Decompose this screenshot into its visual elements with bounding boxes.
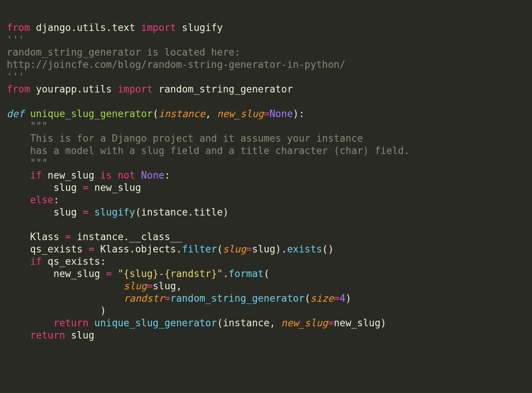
token-txt: () [322,243,334,255]
code-line: random_string_generator is located here: [7,47,240,58]
token-cmt: """ [30,120,48,132]
token-kw: return [53,317,88,328]
token-txt: ( [264,268,270,279]
code-line: return slug [7,330,94,341]
token-txt: slug, [153,280,182,292]
token-param: slug [123,280,147,292]
token-def: def [7,108,24,119]
token-txt: slugify [176,22,223,33]
token-call: exists [287,243,322,255]
token-txt: instance.__class__ [71,231,182,242]
code-line: ''' [7,34,24,45]
token-const: None [269,108,293,119]
token-param: randstr [123,293,165,304]
token-txt [135,170,141,181]
token-txt: slug [7,182,83,193]
code-line: has a model with a slug field and a titl… [7,145,410,156]
token-kw: = [88,243,94,255]
code-line: slug = new_slug [7,182,141,193]
token-txt [7,293,123,304]
token-kw: else [30,194,54,205]
token-param: new_slug [281,317,328,328]
code-line: qs_exists = Klass.objects.filter(slug=sl… [7,243,334,255]
token-txt [7,256,30,267]
token-call: filter [182,243,217,255]
token-txt: ) [345,293,351,304]
token-txt: slug [65,330,94,341]
token-txt: slug). [252,243,287,255]
code-line: if new_slug is not None: [7,170,170,181]
token-txt: : [165,170,170,181]
token-str: "{slug}-{randstr}" [118,268,223,279]
token-txt [88,317,94,328]
token-const: 4 [339,293,345,304]
token-txt: django.utils.text [30,22,141,33]
token-kw: not [118,170,135,181]
token-txt [7,317,53,328]
token-txt: , [205,108,217,119]
token-txt [88,207,94,218]
token-cmt: random_string_generator is located here: [7,47,240,58]
token-txt: new_slug) [334,317,387,328]
token-param: new_slug [217,108,264,119]
code-line: return unique_slug_generator(instance, n… [7,317,387,328]
token-txt: Klass [7,231,65,242]
code-line: def unique_slug_generator(instance, new_… [7,108,304,119]
token-fn: unique_slug_generator [30,108,153,119]
token-call: random_string_generator [170,293,304,304]
token-kw: if [30,256,42,267]
token-const: None [141,170,165,181]
code-line: from yourapp.utils import random_string_… [7,84,293,95]
token-cmt: http://joincfe.com/blog/random-string-ge… [7,59,345,70]
token-param: slug [223,243,246,255]
token-kw: import [118,84,153,95]
code-line: new_slug = "{slug}-{randstr}".format( [7,268,269,279]
code-line: randstr=random_string_generator(size=4) [7,293,351,304]
token-kw: import [141,22,176,33]
token-cmt: ''' [7,71,24,82]
code-line: slug=slug, [7,280,182,292]
token-cmt: has a model with a slug field and a titl… [30,145,410,156]
token-kw: = [165,293,170,304]
token-kw: is [100,170,112,181]
token-cmt: ''' [7,34,24,45]
token-txt: ( [304,293,310,304]
token-kw: = [65,231,71,242]
code-line: if qs_exists: [7,256,106,267]
token-param: size [310,293,334,304]
token-kw: = [264,108,270,119]
code-line: else: [7,194,59,205]
token-txt: new_slug [88,182,141,193]
token-txt [112,268,118,279]
token-cmt: """ [30,157,48,169]
token-txt: new_slug [7,268,106,279]
token-kw: = [328,317,334,328]
code-block: from django.utils.text import slugify ''… [0,0,532,342]
token-txt [24,108,30,119]
code-line: http://joincfe.com/blog/random-string-ge… [7,59,345,70]
token-txt [7,157,30,169]
token-txt: random_string_generator [153,84,293,95]
token-txt [7,194,30,205]
token-txt: ) [7,305,106,316]
token-kw: = [334,293,340,304]
token-txt: yourapp.utils [30,84,118,95]
code-line: Klass = instance.__class__ [7,231,182,242]
token-txt: ( [153,108,159,119]
code-line: from django.utils.text import slugify [7,22,223,33]
token-kw: = [147,280,153,292]
token-txt: qs_exists [7,243,88,255]
token-kw: return [30,330,65,341]
code-line: """ [7,120,48,132]
token-kw: from [7,22,30,33]
token-kw: if [30,170,42,181]
code-line: slug = slugify(instance.title) [7,207,229,218]
token-txt: ( [217,243,223,255]
token-txt: new_slug [42,170,100,181]
token-kw: = [83,182,89,193]
code-line: ''' [7,71,24,82]
code-line: """ [7,157,48,169]
token-txt: . [223,268,229,279]
token-txt: (instance, [217,317,281,328]
token-txt [7,133,30,144]
